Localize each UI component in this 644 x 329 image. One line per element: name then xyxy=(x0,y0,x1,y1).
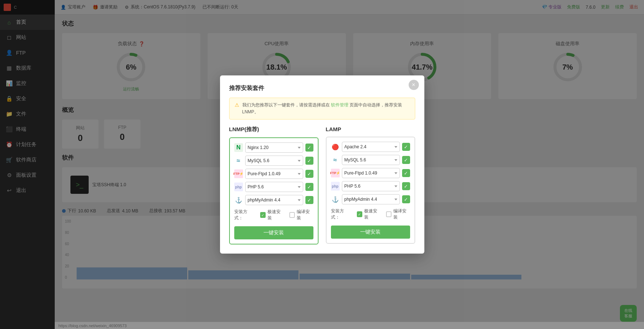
lnmp-php-row: php PHP 5.6 ✓ xyxy=(234,182,313,192)
lnmp-compile-label: 编译安装 xyxy=(297,209,313,221)
lamp-compile-label: 编译安装 xyxy=(393,208,410,220)
ftp-lamp-select[interactable]: Pure-Ftpd 1.0.49 xyxy=(342,168,400,178)
phpmyadmin-lamp-select[interactable]: phpMyAdmin 4.4 xyxy=(342,194,400,204)
phpmyadmin-lnmp-icon: ⚓ xyxy=(234,196,243,204)
alert-text: 我们为您推荐以下一键套件，请按需选择或在 软件管理 页面中自动选择，推荐安装LN… xyxy=(242,102,410,115)
lnmp-install-opts: 安装方式： ✓ 极速安装 编译安装 xyxy=(234,209,313,221)
alert-text-before: 我们为您推荐以下一键套件，请按需选择或在 xyxy=(242,102,330,107)
ftp-lamp-icon: FTP⚡ xyxy=(331,169,340,177)
lnmp-title: LNMP(推荐) xyxy=(229,126,319,133)
lamp-php-row: php PHP 5.6 ✓ xyxy=(331,181,410,191)
lnmp-fast-label: 极速安装 xyxy=(267,209,284,221)
mysql-lamp-check[interactable]: ✓ xyxy=(402,156,410,164)
lnmp-package-box: N Nginx 1.20 ✓ ≈ MySQL 5.6 ✓ xyxy=(229,137,319,244)
lamp-column: LAMP 🔴 Apache 2.4 ✓ ≈ MySQL 5.6 xyxy=(326,126,415,244)
lnmp-column: LNMP(推荐) N Nginx 1.20 ✓ ≈ MySQL 5 xyxy=(229,126,319,244)
lamp-fast-label: 极速安装 xyxy=(364,208,381,220)
phpmyadmin-lnmp-check[interactable]: ✓ xyxy=(305,196,313,204)
ftp-lnmp-icon: FTP⚡ xyxy=(234,169,243,178)
lamp-package-box: 🔴 Apache 2.4 ✓ ≈ MySQL 5.6 ✓ xyxy=(326,137,415,244)
php-lamp-select[interactable]: PHP 5.6 xyxy=(342,181,400,191)
ftp-lnmp-select[interactable]: Pure-Ftpd 1.0.49 xyxy=(245,169,303,179)
lnmp-ftp-row: FTP⚡ Pure-Ftpd 1.0.49 ✓ xyxy=(234,169,313,179)
phpmyadmin-lamp-icon: ⚓ xyxy=(331,195,340,204)
nginx-check[interactable]: ✓ xyxy=(305,144,313,152)
nginx-select[interactable]: Nginx 1.20 xyxy=(245,142,303,153)
lamp-install-button[interactable]: 一键安装 xyxy=(331,226,410,239)
lnmp-install-method-label: 安装方式： xyxy=(234,209,255,221)
lamp-fast-check: ✓ xyxy=(357,211,362,217)
lamp-fast-opt[interactable]: ✓ 极速安装 xyxy=(357,208,381,220)
lamp-apache-row: 🔴 Apache 2.4 ✓ xyxy=(331,142,410,152)
lamp-mysql-row: ≈ MySQL 5.6 ✓ xyxy=(331,155,410,165)
php-lamp-check[interactable]: ✓ xyxy=(402,182,410,190)
php-lnmp-check[interactable]: ✓ xyxy=(305,183,313,191)
phpmyadmin-lnmp-select[interactable]: phpMyAdmin 4.4 xyxy=(245,195,303,205)
apache-check[interactable]: ✓ xyxy=(402,143,410,151)
php-lamp-icon: php xyxy=(331,182,340,191)
mysql-lnmp-check[interactable]: ✓ xyxy=(305,157,313,165)
mysql-lamp-icon: ≈ xyxy=(331,156,340,164)
nginx-icon: N xyxy=(234,143,243,152)
lamp-phpmyadmin-row: ⚓ phpMyAdmin 4.4 ✓ xyxy=(331,194,410,204)
lnmp-mysql-row: ≈ MySQL 5.6 ✓ xyxy=(234,156,313,166)
lnmp-install-button[interactable]: 一键安装 xyxy=(234,226,313,239)
software-manage-link[interactable]: 软件管理 xyxy=(331,102,348,107)
alert-banner: ⚠ 我们为您推荐以下一键套件，请按需选择或在 软件管理 页面中自动选择，推荐安装… xyxy=(229,98,415,120)
lamp-compile-check xyxy=(386,211,392,217)
install-modal: 推荐安装套件 × ⚠ 我们为您推荐以下一键套件，请按需选择或在 软件管理 页面中… xyxy=(220,75,424,254)
mysql-lnmp-select[interactable]: MySQL 5.6 xyxy=(245,156,303,166)
warning-icon: ⚠ xyxy=(235,102,239,108)
lamp-install-opts: 安装方式： ✓ 极速安装 编译安装 xyxy=(331,208,410,220)
lamp-install-method-label: 安装方式： xyxy=(331,208,352,220)
lamp-title: LAMP xyxy=(326,126,415,132)
lnmp-compile-opt[interactable]: 编译安装 xyxy=(289,209,313,221)
modal-overlay: 推荐安装套件 × ⚠ 我们为您推荐以下一键套件，请按需选择或在 软件管理 页面中… xyxy=(0,0,644,329)
mysql-lnmp-icon: ≈ xyxy=(234,156,243,165)
lamp-ftp-row: FTP⚡ Pure-Ftpd 1.0.49 ✓ xyxy=(331,168,410,178)
mysql-lamp-select[interactable]: MySQL 5.6 xyxy=(342,155,400,165)
lnmp-compile-check xyxy=(289,212,295,218)
php-lnmp-icon: php xyxy=(234,183,243,191)
ftp-lamp-check[interactable]: ✓ xyxy=(402,169,410,177)
ftp-lnmp-check[interactable]: ✓ xyxy=(305,170,313,178)
apache-icon: 🔴 xyxy=(331,142,340,151)
lnmp-nginx-row: N Nginx 1.20 ✓ xyxy=(234,142,313,153)
phpmyadmin-lamp-check[interactable]: ✓ xyxy=(402,195,410,203)
lamp-compile-opt[interactable]: 编译安装 xyxy=(386,208,410,220)
lnmp-fast-check: ✓ xyxy=(260,212,266,218)
modal-close-button[interactable]: × xyxy=(409,80,419,90)
apache-select[interactable]: Apache 2.4 xyxy=(342,142,400,152)
lnmp-fast-opt[interactable]: ✓ 极速安装 xyxy=(260,209,284,221)
modal-title: 推荐安装套件 xyxy=(229,85,415,92)
lnmp-phpmyadmin-row: ⚓ phpMyAdmin 4.4 ✓ xyxy=(234,195,313,205)
php-lnmp-select[interactable]: PHP 5.6 xyxy=(245,182,303,192)
modal-columns: LNMP(推荐) N Nginx 1.20 ✓ ≈ MySQL 5 xyxy=(229,126,415,244)
